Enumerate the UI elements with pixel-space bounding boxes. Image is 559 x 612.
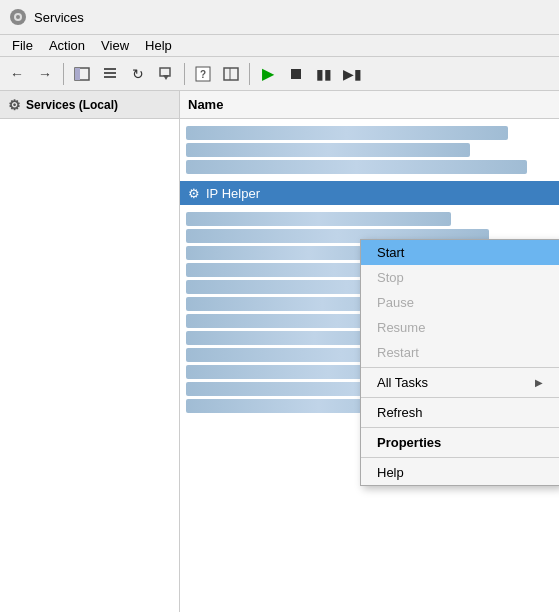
context-menu: Start Stop Pause Resume Restart All Task… [360,239,559,486]
ctx-help[interactable]: Help [361,460,559,485]
blurred-rows-above [180,119,559,181]
list-view-button[interactable] [97,61,123,87]
ctx-restart: Restart [361,340,559,365]
ctx-stop-label: Stop [377,270,404,285]
ctx-sep-2 [361,397,559,398]
ctx-start[interactable]: Start [361,240,559,265]
svg-marker-9 [163,75,169,80]
svg-rect-12 [224,68,238,80]
menu-action[interactable]: Action [41,36,93,55]
window-title: Services [34,10,84,25]
column-header: Name [180,91,559,119]
ctx-all-tasks[interactable]: All Tasks ▶ [361,370,559,395]
forward-button[interactable]: → [32,61,58,87]
extend-button[interactable] [218,61,244,87]
ctx-sep-3 [361,427,559,428]
ctx-resume: Resume [361,315,559,340]
ctx-pause: Pause [361,290,559,315]
svg-rect-5 [104,68,116,70]
right-panel: Name ⚙ IP Helper [180,91,559,612]
refresh-button[interactable]: ↻ [125,61,151,87]
selected-service-name: IP Helper [206,186,260,201]
help-button[interactable]: ? [190,61,216,87]
blurred-service-3 [186,160,527,174]
ctx-refresh-label: Refresh [377,405,423,420]
menu-file[interactable]: File [4,36,41,55]
svg-text:?: ? [200,69,206,80]
toolbar-sep-3 [249,63,250,85]
main-area: ⚙ Services (Local) Name ⚙ IP Helper [0,91,559,612]
toolbar: ← → ↻ ? ▶ [0,57,559,91]
name-column-header: Name [188,97,223,112]
toolbar-sep-1 [63,63,64,85]
blurred-service-2 [186,143,470,157]
pause-button[interactable]: ▮▮ [311,61,337,87]
ctx-sep-1 [361,367,559,368]
show-hide-button[interactable] [69,61,95,87]
svg-rect-4 [75,68,80,80]
left-panel: ⚙ Services (Local) [0,91,180,612]
toolbar-sep-2 [184,63,185,85]
ctx-refresh[interactable]: Refresh [361,400,559,425]
ctx-restart-label: Restart [377,345,419,360]
svg-rect-6 [104,72,116,74]
back-button[interactable]: ← [4,61,30,87]
title-bar-icon [8,7,28,27]
svg-point-2 [16,15,20,19]
menu-view[interactable]: View [93,36,137,55]
selected-service-row[interactable]: ⚙ IP Helper [180,181,559,205]
ctx-start-label: Start [377,245,404,260]
ctx-sep-4 [361,457,559,458]
step-button[interactable]: ▶▮ [339,61,365,87]
blurred-service-1 [186,126,508,140]
play-button[interactable]: ▶ [255,61,281,87]
ctx-stop: Stop [361,265,559,290]
title-bar: Services [0,0,559,35]
gear-icon: ⚙ [8,97,21,113]
svg-rect-14 [291,69,301,79]
svg-rect-8 [160,68,170,76]
ctx-help-label: Help [377,465,404,480]
left-panel-title: Services (Local) [26,98,118,112]
menu-help[interactable]: Help [137,36,180,55]
ctx-properties[interactable]: Properties [361,430,559,455]
ctx-properties-label: Properties [377,435,441,450]
menu-bar: File Action View Help [0,35,559,57]
blurred-service-4 [186,212,451,226]
ctx-all-tasks-label: All Tasks [377,375,428,390]
svg-rect-7 [104,76,116,78]
ctx-pause-label: Pause [377,295,414,310]
ctx-resume-label: Resume [377,320,425,335]
service-gear-icon: ⚙ [188,186,200,201]
left-panel-header: ⚙ Services (Local) [0,91,179,119]
ctx-all-tasks-arrow: ▶ [535,377,543,388]
stop-button[interactable] [283,61,309,87]
export-button[interactable] [153,61,179,87]
